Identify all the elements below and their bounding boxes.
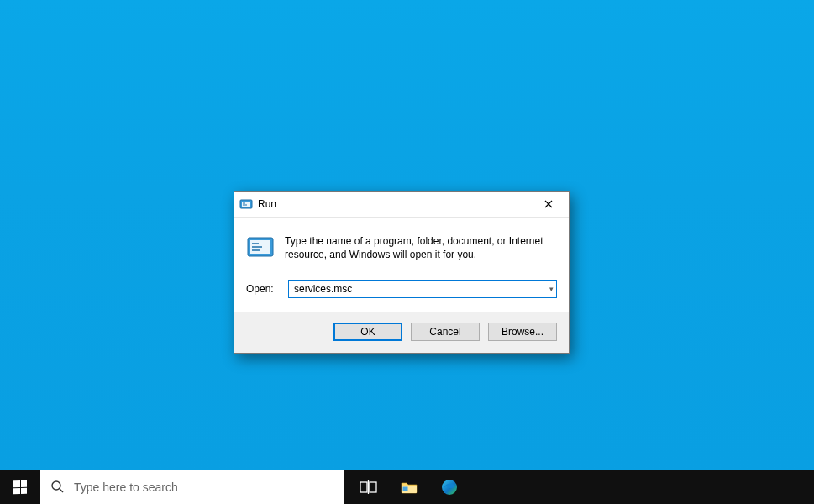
task-view-button[interactable]: [360, 478, 378, 496]
file-explorer-button[interactable]: [400, 478, 418, 496]
edge-browser-button[interactable]: [440, 478, 459, 496]
open-input[interactable]: [288, 280, 557, 298]
close-button[interactable]: [530, 192, 567, 216]
svg-rect-1: [242, 202, 250, 207]
run-dialog-title: Run: [258, 198, 530, 210]
svg-line-5: [60, 489, 63, 492]
svg-rect-7: [370, 482, 376, 492]
run-dialog-titlebar[interactable]: Run: [234, 192, 569, 218]
run-dialog: Run Type the name of a program, folder, …: [234, 191, 570, 354]
start-button[interactable]: [0, 470, 40, 504]
taskbar[interactable]: Type here to search: [0, 470, 814, 504]
task-view-icon: [360, 480, 377, 494]
close-icon: [544, 200, 553, 208]
edge-icon: [441, 479, 458, 496]
open-label: Open:: [246, 283, 288, 295]
svg-point-4: [52, 481, 60, 490]
browse-button[interactable]: Browse...: [488, 323, 557, 341]
search-icon: [50, 480, 64, 496]
cancel-button[interactable]: Cancel: [411, 323, 480, 341]
run-program-icon: [246, 233, 275, 261]
run-dialog-description: Type the name of a program, folder, docu…: [285, 233, 557, 261]
taskbar-pinned-apps: [344, 470, 459, 504]
desktop-background[interactable]: Run Type the name of a program, folder, …: [0, 0, 814, 470]
run-dialog-body: Type the name of a program, folder, docu…: [234, 218, 569, 312]
svg-rect-10: [403, 487, 408, 491]
taskbar-search-placeholder: Type here to search: [74, 480, 178, 494]
taskbar-search[interactable]: Type here to search: [40, 470, 344, 504]
svg-rect-6: [360, 482, 367, 492]
run-app-icon: [239, 197, 253, 211]
ok-button[interactable]: OK: [333, 323, 402, 341]
folder-icon: [401, 480, 418, 494]
windows-logo-icon: [13, 480, 27, 494]
run-dialog-button-strip: OK Cancel Browse...: [234, 312, 569, 353]
open-combobox[interactable]: ▾: [288, 280, 557, 298]
